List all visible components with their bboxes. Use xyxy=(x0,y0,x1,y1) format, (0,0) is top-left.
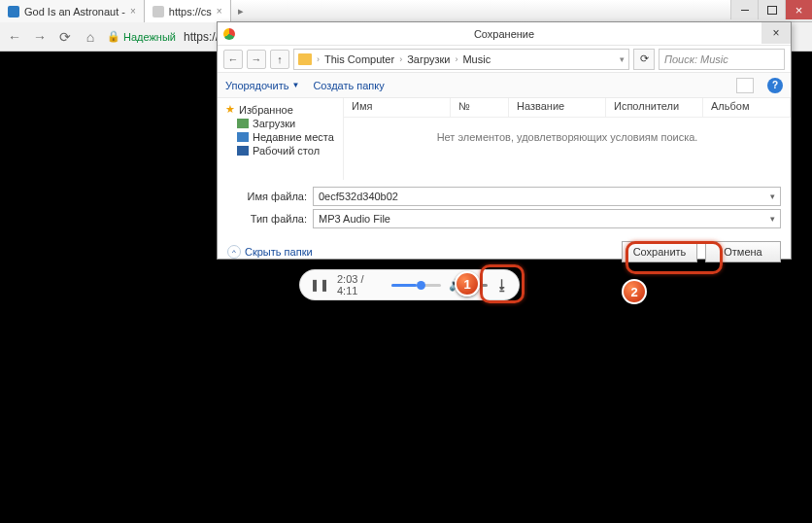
tree-label: Избранное xyxy=(239,104,293,116)
view-options-button[interactable] xyxy=(736,78,754,93)
recent-icon xyxy=(237,132,249,142)
col-title[interactable]: Название xyxy=(509,98,606,117)
desktop-icon xyxy=(237,146,249,156)
dialog-close-button[interactable]: × xyxy=(761,22,791,44)
chevron-right-icon: › xyxy=(455,54,457,64)
reload-button[interactable]: ⟳ xyxy=(56,28,74,46)
tree-label: Рабочий стол xyxy=(253,145,320,157)
close-icon[interactable]: × xyxy=(130,6,136,17)
filetype-select[interactable]: MP3 Audio File▾ xyxy=(313,209,781,228)
play-icon xyxy=(8,6,19,17)
filename-input[interactable]: 0ecf532d340b02▾ xyxy=(313,187,781,206)
chevron-down-icon[interactable]: ▾ xyxy=(770,214,775,224)
downloads-icon xyxy=(237,119,249,128)
save-dialog: Сохранение × ← → ↑ › This Computer › Заг… xyxy=(217,21,792,260)
crumb-music[interactable]: Music xyxy=(459,53,493,65)
dialog-body: ★Избранное Загрузки Недавние места Рабоч… xyxy=(218,98,791,180)
chevron-down-icon[interactable]: ▾ xyxy=(620,54,625,64)
dialog-toolbar: Упорядочить ▼ Создать папку ? xyxy=(218,73,791,98)
chevron-up-icon: ^ xyxy=(227,245,241,259)
nav-up-button[interactable]: ↑ xyxy=(270,50,289,69)
col-artists[interactable]: Исполнители xyxy=(606,98,703,117)
dialog-fields: Имя файла: 0ecf532d340b02▾ Тип файла: MP… xyxy=(218,180,791,235)
callout-number: 1 xyxy=(463,277,470,292)
callout-badge-2: 2 xyxy=(622,279,647,304)
time-sep: / xyxy=(360,273,363,285)
secure-indicator: 🔒 Надежный xyxy=(107,30,176,43)
close-icon[interactable]: × xyxy=(217,6,222,17)
dialog-titlebar: Сохранение × xyxy=(218,22,791,46)
forward-button[interactable]: → xyxy=(31,28,49,46)
time-total: 4:11 xyxy=(337,285,357,296)
callout-ring-2 xyxy=(626,241,723,274)
refresh-button[interactable]: ⟳ xyxy=(633,49,655,70)
browser-tab-active[interactable]: https://cs × xyxy=(145,0,231,22)
crumb-downloads[interactable]: Загрузки xyxy=(404,53,453,65)
browser-tab[interactable]: God Is an Astronaut - × xyxy=(0,0,145,22)
hide-folders-label: Скрыть папки xyxy=(245,246,313,258)
col-name[interactable]: Имя xyxy=(344,98,451,117)
seek-slider[interactable] xyxy=(391,284,442,287)
nav-forward-button[interactable]: → xyxy=(247,50,266,69)
chevron-right-icon: › xyxy=(399,54,402,64)
tree-desktop[interactable]: Рабочий стол xyxy=(225,144,339,157)
time-current: 2:03 xyxy=(337,273,357,285)
new-tab-button[interactable]: ▸ xyxy=(231,0,251,21)
lock-icon: 🔒 xyxy=(107,30,120,43)
tab-title: God Is an Astronaut - xyxy=(24,6,125,17)
new-folder-button[interactable]: Создать папку xyxy=(313,80,384,91)
chevron-right-icon: › xyxy=(317,54,320,64)
tree-favorites[interactable]: ★Избранное xyxy=(225,102,339,117)
home-button[interactable]: ⌂ xyxy=(82,28,99,46)
organize-label: Упорядочить xyxy=(225,80,288,91)
dialog-nav: ← → ↑ › This Computer › Загрузки › Music… xyxy=(218,46,791,73)
callout-number: 2 xyxy=(630,285,637,299)
minimize-button[interactable] xyxy=(730,0,758,19)
file-list: Имя № Название Исполнители Альбом Нет эл… xyxy=(344,98,791,180)
col-number[interactable]: № xyxy=(451,98,509,117)
organize-button[interactable]: Упорядочить ▼ xyxy=(225,80,299,91)
callout-ring-1 xyxy=(480,264,524,303)
chevron-down-icon[interactable]: ▾ xyxy=(770,192,775,201)
search-input[interactable]: Поиск: Music xyxy=(659,49,785,70)
col-album[interactable]: Альбом xyxy=(703,98,791,117)
help-button[interactable]: ? xyxy=(767,78,783,93)
list-header: Имя № Название Исполнители Альбом xyxy=(344,98,791,118)
empty-message: Нет элементов, удовлетворяющих условиям … xyxy=(344,118,791,157)
hide-folders-button[interactable]: ^Скрыть папки xyxy=(227,245,313,259)
dialog-title: Сохранение xyxy=(474,28,534,40)
page-icon xyxy=(152,6,164,17)
maximize-button[interactable] xyxy=(758,0,785,19)
chrome-icon xyxy=(223,28,235,40)
filename-value: 0ecf532d340b02 xyxy=(319,191,398,202)
tree-recent[interactable]: Недавние места xyxy=(225,130,339,144)
tree-label: Загрузки xyxy=(253,118,295,129)
crumb-computer[interactable]: This Computer xyxy=(321,53,397,65)
time-display: 2:03 / 4:11 xyxy=(337,273,384,296)
pause-button[interactable]: ❚❚ xyxy=(310,278,329,292)
filetype-label: Тип файла: xyxy=(227,213,313,225)
folder-icon xyxy=(298,53,312,65)
tab-title: https://cs xyxy=(169,6,212,17)
tree-downloads[interactable]: Загрузки xyxy=(225,117,339,130)
browser-titlebar: God Is an Astronaut - × https://cs × ▸ × xyxy=(0,0,812,22)
back-button[interactable]: ← xyxy=(6,28,23,46)
filetype-value: MP3 Audio File xyxy=(319,213,390,225)
window-controls: × xyxy=(730,0,812,21)
star-icon: ★ xyxy=(225,103,235,116)
callout-badge-1: 1 xyxy=(455,271,480,296)
secure-label: Надежный xyxy=(123,31,176,43)
close-button[interactable]: × xyxy=(785,0,812,19)
filename-label: Имя файла: xyxy=(227,191,313,202)
breadcrumb[interactable]: › This Computer › Загрузки › Music ▾ xyxy=(293,49,629,70)
tree-label: Недавние места xyxy=(253,131,334,143)
folder-tree: ★Избранное Загрузки Недавние места Рабоч… xyxy=(218,98,344,180)
nav-back-button[interactable]: ← xyxy=(223,50,243,69)
